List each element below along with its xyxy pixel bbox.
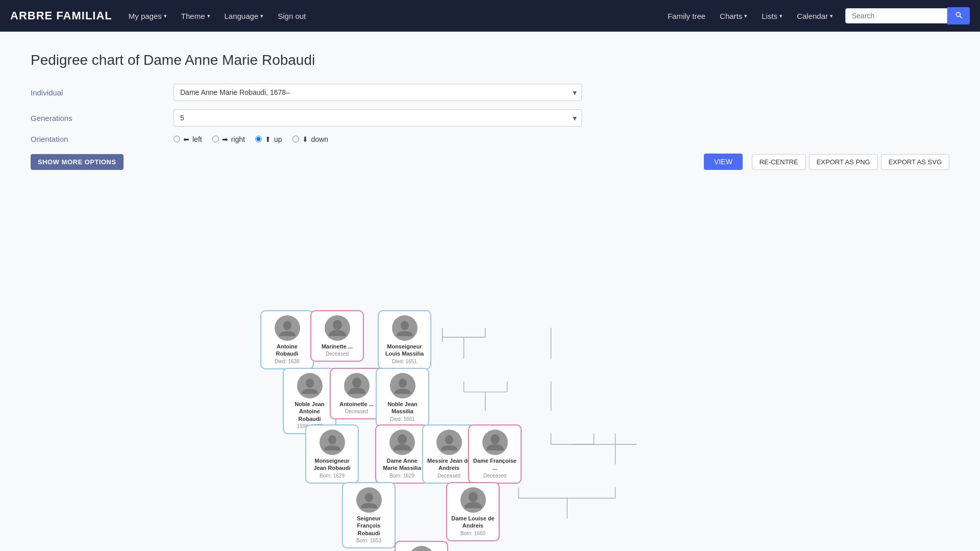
- avatar: [389, 430, 415, 455]
- nav-charts[interactable]: Charts ▾: [714, 8, 753, 24]
- avatar: [356, 487, 382, 513]
- nav-right: Family tree Charts ▾ Lists ▾ Calendar ▾: [662, 7, 970, 24]
- view-button[interactable]: VIEW: [704, 154, 743, 170]
- person-name: Monseigneur Jean Robaudi: [310, 457, 354, 472]
- avatar: [320, 430, 345, 455]
- individual-label: Individual: [31, 88, 174, 97]
- action-buttons: RE-CENTRE EXPORT AS PNG EXPORT AS SVG: [752, 154, 949, 170]
- export-png-button[interactable]: EXPORT AS PNG: [809, 154, 878, 170]
- person-dame-louise[interactable]: Dame Louise de Andreis Born: 1660: [446, 482, 500, 541]
- page-title: Pedigree chart of Dame Anne Marie Robaud…: [31, 52, 949, 68]
- avatar: [297, 373, 323, 398]
- person-name: Dame Louise de Andreis: [451, 515, 495, 530]
- generations-label: Generations: [31, 114, 174, 122]
- person-monseigneur-jean-robaudi[interactable]: Monseigneur Jean Robaudi Born: 1629: [305, 424, 359, 484]
- chevron-down-icon: ▾: [779, 13, 782, 19]
- svg-point-35: [445, 435, 453, 444]
- orientation-up-radio[interactable]: [255, 136, 262, 142]
- avatar: [325, 315, 350, 341]
- nav-language[interactable]: Language ▾: [218, 8, 270, 24]
- navbar: ARBRE FAMILIAL My pages ▾ Theme ▾ Langua…: [0, 0, 980, 32]
- person-name: Dame Françoise ...: [473, 457, 517, 472]
- person-dates: Born: 1653: [347, 538, 390, 543]
- person-dates: Deceased: [473, 473, 517, 479]
- orientation-row: Orientation ⬅ left ➡ right ⬆ up ⬇ down: [31, 135, 949, 143]
- orientation-options: ⬅ left ➡ right ⬆ up ⬇ down: [174, 135, 328, 143]
- person-name: Dame Anne Marie Massilia: [380, 457, 424, 472]
- orientation-label: Orientation: [31, 135, 174, 143]
- person-name: Seigneur François Robaudi: [347, 515, 390, 537]
- person-dame-anne-marie-robaudi[interactable]: Dame Anne Marie Robaudi Born: 1678: [395, 541, 448, 551]
- person-monseigneur-louis[interactable]: Monseigneur Louis Massilia Died: 1651: [378, 310, 431, 369]
- search-input[interactable]: [845, 8, 947, 23]
- person-dates: Died: 1651: [383, 359, 426, 364]
- person-antoine-robaudi[interactable]: Antoine Robaudi Died: 1638: [260, 310, 314, 369]
- chevron-down-icon: ▾: [260, 13, 263, 19]
- nav-left: My pages ▾ Theme ▾ Language ▾ Sign out: [122, 8, 656, 24]
- person-dates: Deceased: [315, 351, 359, 357]
- generations-select[interactable]: 5: [174, 109, 582, 127]
- orientation-left[interactable]: ⬅ left: [174, 135, 202, 143]
- nav-calendar[interactable]: Calendar ▾: [791, 8, 839, 24]
- svg-point-33: [328, 435, 336, 444]
- search-button[interactable]: [947, 7, 970, 24]
- svg-point-27: [283, 321, 291, 330]
- svg-point-37: [365, 493, 373, 502]
- avatar: [460, 487, 486, 513]
- svg-point-38: [469, 492, 478, 502]
- person-dame-anne-marie-massilia[interactable]: Dame Anne Marie Massilia Born: 1629: [375, 424, 429, 484]
- avatar: [409, 546, 434, 551]
- orientation-right-icon: ➡: [222, 135, 228, 143]
- person-dates: Died: 1638: [265, 359, 309, 364]
- chevron-down-icon: ▾: [164, 13, 167, 19]
- person-name: Messire Jean de Andreis: [427, 457, 471, 472]
- orientation-left-radio[interactable]: [174, 136, 180, 142]
- person-dates: Born: 1629: [310, 473, 354, 479]
- person-dates: Died: 1661: [381, 416, 424, 422]
- orientation-left-icon: ⬅: [183, 135, 189, 143]
- svg-point-31: [352, 378, 361, 388]
- svg-point-29: [401, 321, 409, 330]
- person-name: Marinette ...: [315, 343, 359, 350]
- nav-family-tree[interactable]: Family tree: [662, 8, 712, 24]
- nav-my-pages[interactable]: My pages ▾: [122, 8, 173, 24]
- svg-point-28: [333, 320, 342, 330]
- show-more-options-button[interactable]: SHOW MORE OPTIONS: [31, 154, 124, 170]
- brand-logo: ARBRE FAMILIAL: [10, 9, 112, 22]
- orientation-right-radio[interactable]: [212, 136, 219, 142]
- orientation-right[interactable]: ➡ right: [212, 135, 245, 143]
- orientation-down[interactable]: ⬇ down: [292, 135, 328, 143]
- chart-area: Antoine Robaudi Died: 1638 Marinette ...…: [31, 180, 949, 537]
- person-dates: Born: 1660: [451, 531, 495, 536]
- person-noble-jean-massilia[interactable]: Noble Jean Massilia Died: 1661: [376, 368, 429, 427]
- svg-point-30: [306, 379, 314, 388]
- avatar: [390, 373, 415, 398]
- avatar: [275, 315, 300, 341]
- nav-lists[interactable]: Lists ▾: [755, 8, 789, 24]
- main-content: Pedigree chart of Dame Anne Marie Robaud…: [0, 32, 980, 551]
- person-name: Monseigneur Louis Massilia: [383, 343, 426, 358]
- svg-point-36: [491, 434, 500, 444]
- avatar: [482, 430, 508, 455]
- recentre-button[interactable]: RE-CENTRE: [752, 154, 806, 170]
- individual-select[interactable]: Dame Anne Marie Robaudi, 1678–: [174, 84, 582, 101]
- chevron-down-icon: ▾: [207, 13, 210, 19]
- person-dates: Deceased: [427, 473, 471, 479]
- generations-select-wrapper: 5 ▾: [174, 109, 582, 127]
- nav-sign-out[interactable]: Sign out: [272, 8, 312, 24]
- avatar: [436, 430, 462, 455]
- person-name: Antoinette ...: [335, 400, 378, 408]
- person-name: Antoine Robaudi: [265, 343, 309, 358]
- export-svg-button[interactable]: EXPORT AS SVG: [881, 154, 949, 170]
- svg-point-34: [398, 434, 407, 444]
- svg-point-32: [399, 379, 407, 388]
- person-marinette[interactable]: Marinette ... Deceased: [310, 310, 364, 362]
- person-seigneur-francois[interactable]: Seigneur François Robaudi Born: 1653: [342, 482, 396, 548]
- person-dame-francoise[interactable]: Dame Françoise ... Deceased: [468, 424, 522, 484]
- orientation-down-radio[interactable]: [292, 136, 299, 142]
- orientation-up[interactable]: ⬆ up: [255, 135, 282, 143]
- nav-theme[interactable]: Theme ▾: [175, 8, 216, 24]
- avatar: [344, 373, 370, 398]
- orientation-down-icon: ⬇: [302, 135, 308, 143]
- person-dates: Born: 1629: [380, 473, 424, 479]
